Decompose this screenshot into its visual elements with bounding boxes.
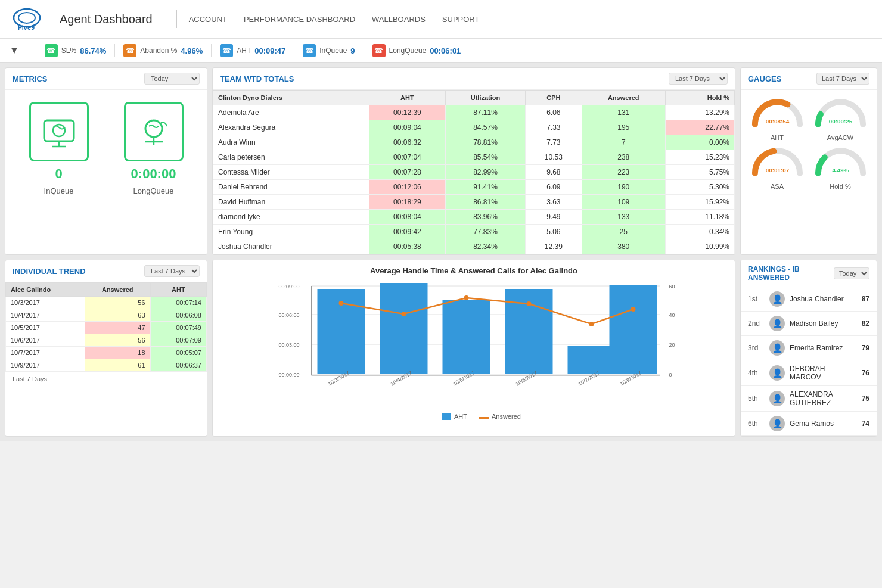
trend-table: Alec Galindo Answered AHT 10/3/2017 56 0… [5,282,207,372]
list-item: 00:07:49 [150,322,206,334]
table-row: 00:08:04 [369,210,445,225]
col-hold: Hold % [665,91,734,105]
svg-text:0: 0 [669,372,672,378]
table-row: 7 [582,135,665,150]
inqueue-label: InQueue [319,46,347,55]
table-row: 6.09 [525,180,582,195]
rankings-dropdown[interactable]: Today [834,267,869,279]
table-row: 7.73 [525,135,582,150]
svg-text:00:03:00: 00:03:00 [279,342,300,348]
table-row: 00:07:28 [369,165,445,180]
table-row: 9.49 [525,210,582,225]
longqueue-label: LongQueue [389,46,427,55]
gauges-dropdown[interactable]: Last 7 Days [816,73,869,85]
nav-support[interactable]: SUPPORT [442,15,480,24]
metrics-dropdown[interactable]: Today Last 7 Days [144,73,200,85]
nav-wallboards[interactable]: WALLBOARDS [372,15,426,24]
table-row: 84.57% [446,120,526,135]
table-row: 109 [582,195,665,210]
header-title: Agent Dashboard [60,13,153,26]
phone-inqueue-icon [41,116,77,148]
svg-text:00:06:00: 00:06:00 [279,312,300,318]
metrics-panel: METRICS Today Last 7 Days 0 InQu [5,67,207,255]
svg-point-1 [18,13,35,23]
team-dropdown[interactable]: Last 7 Days Last 30 Days [669,73,728,85]
table-row: 00:05:38 [369,239,445,254]
legend-aht: AHT [442,413,467,420]
line-point-2 [402,312,406,316]
rank-name: Madison Bailey [790,319,857,328]
status-toggle[interactable]: ▼ [10,45,19,56]
abandon-label: Abandon % [140,46,177,55]
table-row: 00:06:32 [369,135,445,150]
aht-value: 00:09:47 [254,46,285,55]
table-row: 00:12:06 [369,180,445,195]
table-row: 86.81% [446,195,526,210]
rank-num: 6th [748,419,765,428]
col-name: Clinton Dyno Dialers [213,91,369,105]
longqueue-icon: ☎ [372,44,386,57]
legend-answered-label: Answered [492,413,521,420]
bar-3 [443,300,490,374]
table-row: 78.81% [446,135,526,150]
gauge-svg: 4.49% [812,146,869,182]
ranking-row: 5th 👤 ALEXANDRA GUTIERREZ 75 [741,386,877,412]
table-row: 22.77% [665,120,734,135]
svg-text:00:00:00: 00:00:00 [279,372,300,378]
nav-account[interactable]: ACCOUNT [189,15,227,24]
table-row: 223 [582,165,665,180]
rank-score: 79 [862,344,869,352]
rank-name: Joshua Chandler [790,295,857,303]
table-row: 195 [582,120,665,135]
table-row: diamond lyke [213,210,369,225]
rank-score: 82 [862,319,869,328]
gauge-item: 00:01:07 ASA [748,146,806,190]
rank-avatar: 👤 [769,340,785,356]
line-point-6 [631,307,636,312]
rankings-title: RANKINGS - IB ANSWERED [748,265,834,282]
abandon-value: 4.96% [181,46,203,55]
rank-score: 87 [862,295,869,303]
table-row: 00:18:29 [369,195,445,210]
trend-col-answered: Answered [85,283,150,297]
ranking-row: 4th 👤 DEBORAH MARCOV 76 [741,360,877,386]
inqueue-icon: ☎ [303,44,316,57]
trend-title: INDIVIDUAL TREND [13,267,86,276]
list-item: 18 [85,347,150,359]
table-row: Contessa Milder [213,165,369,180]
trend-col-date: Alec Galindo [6,283,85,297]
table-row: 00:07:04 [369,150,445,165]
list-item: 56 [85,334,150,347]
logo-icon: Five9 [12,7,42,31]
svg-text:00:08:54: 00:08:54 [765,118,789,125]
logo[interactable]: Five9 [12,7,42,31]
table-row: 87.11% [446,105,526,120]
trend-col-aht: AHT [150,283,206,297]
team-table: Clinton Dyno Dialers AHT Utlization CPH … [213,90,735,254]
ranking-row: 3rd 👤 Emerita Ramirez 79 [741,336,877,360]
header: Five9 Agent Dashboard ACCOUNT PERFORMANC… [0,0,882,39]
table-row: 00:12:39 [369,105,445,120]
nav-performance[interactable]: PERFORMANCE DASHBOARD [244,15,355,24]
table-row: 131 [582,105,665,120]
list-item: 00:05:07 [150,347,206,359]
svg-text:Five9: Five9 [18,24,35,31]
status-longqueue: ☎ LongQueue 00:06:01 [364,44,470,57]
col-util: Utlization [446,91,526,105]
list-item: 10/6/2017 [6,334,85,347]
legend-aht-color [442,413,451,420]
table-row: Carla petersen [213,150,369,165]
table-row: 15.23% [665,150,734,165]
svg-rect-3 [44,120,74,141]
table-row: 0.00% [665,135,734,150]
aht-icon: ☎ [220,44,233,57]
trend-dropdown[interactable]: Last 7 Days [144,265,200,277]
sl-icon: ☎ [45,44,58,57]
longqueue-card-value: 0:00:00 [131,166,176,182]
rank-name: DEBORAH MARCOV [790,365,857,381]
rank-num: 5th [748,394,765,403]
svg-text:20: 20 [669,342,675,348]
table-row: 380 [582,239,665,254]
list-item: 10/7/2017 [6,347,85,359]
list-item: 10/5/2017 [6,322,85,334]
